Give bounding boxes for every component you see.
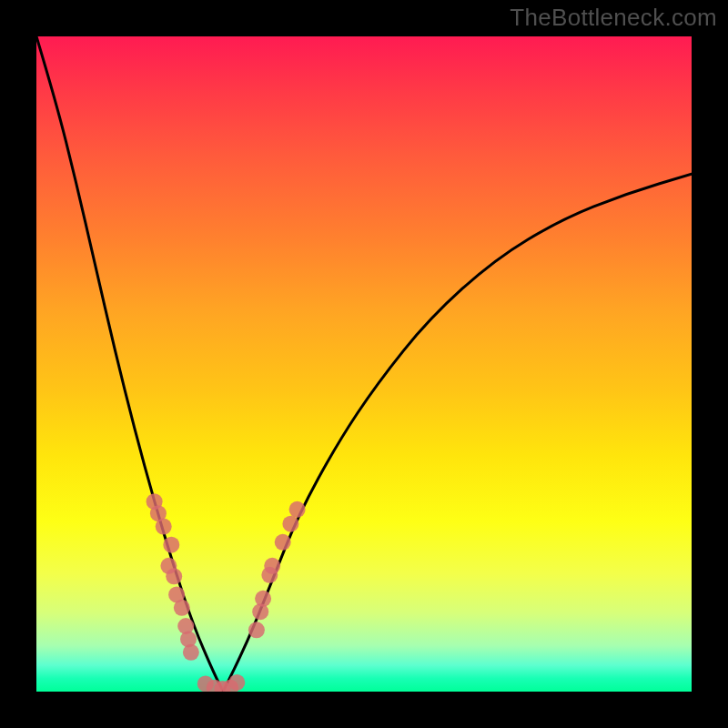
data-point	[183, 644, 199, 661]
curve-right-arm	[223, 174, 692, 692]
data-point	[248, 622, 265, 638]
data-point	[163, 537, 179, 553]
data-point	[166, 568, 182, 584]
data-point	[255, 591, 271, 607]
data-point	[282, 516, 298, 532]
data-point	[174, 600, 190, 616]
curve-layer	[36, 36, 692, 692]
data-point	[156, 519, 172, 535]
watermark-text: TheBottleneck.com	[510, 4, 717, 32]
chart-frame: TheBottleneck.com	[0, 0, 728, 728]
data-point	[289, 501, 306, 518]
data-point	[275, 534, 291, 551]
data-point	[264, 558, 280, 574]
data-point	[228, 674, 245, 691]
plot-area	[36, 36, 692, 692]
data-points-group	[147, 493, 306, 692]
curve-left-arm	[36, 36, 223, 692]
